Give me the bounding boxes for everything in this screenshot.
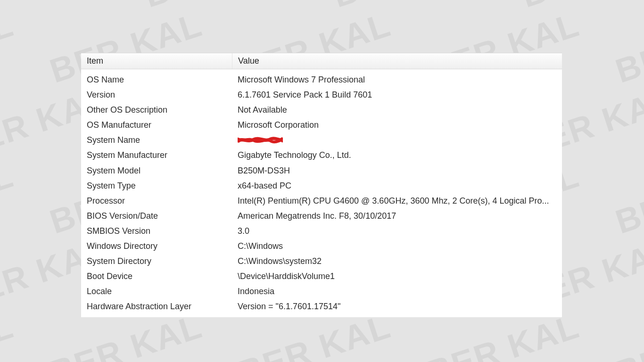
cell-item: OS Manufacturer bbox=[81, 119, 232, 131]
table-row[interactable]: OS NameMicrosoft Windows 7 Professional bbox=[81, 72, 562, 87]
table-body: OS NameMicrosoft Windows 7 ProfessionalV… bbox=[81, 69, 562, 317]
table-row[interactable]: Other OS DescriptionNot Available bbox=[81, 102, 562, 117]
cell-value: B250M-DS3H bbox=[232, 165, 562, 177]
cell-item: System Type bbox=[81, 180, 232, 192]
cell-value: Not Available bbox=[232, 104, 562, 116]
table-row[interactable]: ProcessorIntel(R) Pentium(R) CPU G4600 @… bbox=[81, 193, 562, 208]
cell-item: SMBIOS Version bbox=[81, 225, 232, 237]
cell-value bbox=[232, 134, 562, 146]
system-info-panel: Item Value OS NameMicrosoft Windows 7 Pr… bbox=[81, 53, 562, 317]
table-row[interactable]: Boot Device\Device\HarddiskVolume1 bbox=[81, 269, 562, 284]
watermark-text: BER KAL bbox=[0, 5, 18, 90]
cell-item: Version bbox=[81, 89, 232, 101]
table-row[interactable]: LocaleIndonesia bbox=[81, 284, 562, 299]
cell-value: 6.1.7601 Service Pack 1 Build 7601 bbox=[232, 89, 562, 101]
cell-value: 3.0 bbox=[232, 225, 562, 237]
watermark-text: BER KAL bbox=[328, 0, 490, 15]
watermark-text: BER KAL bbox=[0, 156, 18, 241]
cell-value: C:\Windows bbox=[232, 240, 562, 252]
table-header-row[interactable]: Item Value bbox=[81, 53, 562, 69]
cell-value: Version = "6.1.7601.17514" bbox=[232, 300, 562, 313]
table-row[interactable]: Hardware Abstraction LayerVersion = "6.1… bbox=[81, 299, 562, 314]
cell-value: Intel(R) Pentium(R) CPU G4600 @ 3.60GHz,… bbox=[232, 195, 562, 207]
table-row[interactable]: System Name bbox=[81, 132, 562, 148]
table-row[interactable]: Version6.1.7601 Service Pack 1 Build 760… bbox=[81, 87, 562, 102]
cell-item: Boot Device bbox=[81, 270, 232, 282]
cell-value: Indonesia bbox=[232, 285, 562, 297]
watermark-text: BER KAL bbox=[611, 156, 644, 241]
watermark-text: BER KAL bbox=[611, 306, 644, 362]
table-row[interactable]: OS ManufacturerMicrosoft Corporation bbox=[81, 117, 562, 132]
watermark-text: BER KAL bbox=[611, 5, 644, 90]
cell-value: American Megatrends Inc. F8, 30/10/2017 bbox=[232, 210, 562, 222]
cell-value: Microsoft Corporation bbox=[232, 119, 562, 131]
watermark-text: BER KAL bbox=[140, 0, 301, 15]
watermark-text: BER KAL bbox=[0, 306, 18, 362]
cell-value: x64-based PC bbox=[232, 180, 562, 192]
table-row[interactable]: System ModelB250M-DS3H bbox=[81, 163, 562, 178]
table-row[interactable]: System Typex64-based PC bbox=[81, 178, 562, 193]
table-row[interactable]: System ManufacturerGigabyte Technology C… bbox=[81, 148, 562, 163]
cell-item: Locale bbox=[81, 285, 232, 297]
redacted-text-icon bbox=[238, 136, 283, 144]
table-row[interactable]: SMBIOS Version3.0 bbox=[81, 223, 562, 239]
cell-value: Gigabyte Technology Co., Ltd. bbox=[232, 149, 562, 161]
cell-item: Other OS Description bbox=[81, 104, 232, 116]
cell-item: System Manufacturer bbox=[81, 149, 232, 161]
watermark-text: BER KAL bbox=[517, 0, 644, 15]
cell-value: \Device\HarddiskVolume1 bbox=[232, 270, 562, 282]
cell-value: C:\Windows\system32 bbox=[232, 255, 562, 267]
cell-item: System Name bbox=[81, 134, 232, 146]
cell-item: BIOS Version/Date bbox=[81, 210, 232, 222]
cell-item: Processor bbox=[81, 195, 232, 207]
cell-item: System Model bbox=[81, 165, 232, 177]
table-row[interactable]: BIOS Version/DateAmerican Megatrends Inc… bbox=[81, 208, 562, 223]
cell-item: Windows Directory bbox=[81, 240, 232, 252]
table-row[interactable]: System DirectoryC:\Windows\system32 bbox=[81, 254, 562, 269]
cell-item: System Directory bbox=[81, 255, 232, 267]
cell-item: OS Name bbox=[81, 74, 232, 86]
table-row[interactable]: Windows DirectoryC:\Windows bbox=[81, 239, 562, 254]
cell-item: Hardware Abstraction Layer bbox=[81, 300, 232, 313]
column-header-value[interactable]: Value bbox=[232, 53, 562, 69]
column-header-item[interactable]: Item bbox=[81, 53, 232, 69]
cell-value: Microsoft Windows 7 Professional bbox=[232, 74, 562, 86]
watermark-text: BER KAL bbox=[0, 0, 112, 15]
